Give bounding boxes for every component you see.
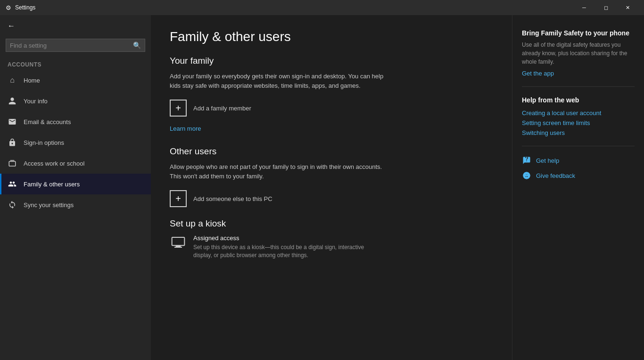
- app-body: ← 🔍 Accounts ⌂ Home Your info Email & ac…: [0, 15, 644, 360]
- kiosk-icon: [170, 234, 187, 251]
- setting-screen-time-link[interactable]: Setting screen time limits: [522, 119, 635, 126]
- help-from-web-title: Help from the web: [522, 96, 635, 104]
- close-button[interactable]: ✕: [617, 0, 638, 15]
- back-button[interactable]: ←: [0, 15, 151, 37]
- sidebar: ← 🔍 Accounts ⌂ Home Your info Email & ac…: [0, 15, 151, 360]
- sidebar-item-access-work-school-label: Access work or school: [24, 160, 84, 167]
- title-bar-left: ⚙ Settings: [6, 4, 573, 11]
- switching-users-link[interactable]: Switching users: [522, 129, 635, 136]
- add-someone-plus-icon: +: [170, 190, 187, 207]
- add-someone-else-button[interactable]: + Add someone else to this PC: [170, 190, 493, 207]
- sidebar-item-sign-in-options-label: Sign-in options: [24, 139, 64, 146]
- person-icon: [8, 96, 17, 106]
- add-family-member-button[interactable]: + Add a family member: [170, 100, 493, 117]
- sidebar-item-sync-settings-label: Sync your settings: [24, 201, 74, 209]
- sync-icon: [8, 200, 17, 209]
- minimize-button[interactable]: ─: [573, 0, 595, 15]
- kiosk-item[interactable]: Assigned access Set up this device as a …: [170, 234, 493, 260]
- sidebar-item-family-other-users[interactable]: Family & other users: [0, 174, 151, 194]
- your-family-title: Your family: [170, 56, 493, 66]
- bring-family-safety-desc: Use all of the digital safety features y…: [522, 41, 635, 66]
- your-family-desc: Add your family so everybody gets their …: [170, 72, 387, 90]
- get-help-item[interactable]: Get help: [522, 156, 635, 165]
- page-title: Family & other users: [170, 29, 493, 44]
- assigned-access-title: Assigned access: [193, 234, 372, 242]
- settings-icon: ⚙: [6, 4, 11, 11]
- sidebar-item-family-other-users-label: Family & other users: [24, 181, 80, 188]
- get-help-label[interactable]: Get help: [536, 157, 559, 164]
- other-users-title: Other users: [170, 146, 493, 157]
- lock-icon: [8, 138, 17, 147]
- back-icon: ←: [8, 22, 15, 30]
- give-feedback-icon: [522, 171, 531, 180]
- search-input[interactable]: [10, 42, 130, 49]
- other-users-desc: Allow people who are not part of your fa…: [170, 162, 387, 181]
- sidebar-item-home-label: Home: [24, 77, 40, 84]
- sidebar-item-your-info[interactable]: Your info: [0, 91, 151, 111]
- give-feedback-item[interactable]: Give feedback: [522, 171, 635, 180]
- briefcase-icon: [8, 159, 17, 168]
- svg-rect-2: [174, 247, 182, 248]
- search-box[interactable]: 🔍: [6, 39, 145, 52]
- title-bar-controls: ─ ◻ ✕: [573, 0, 638, 15]
- search-icon: 🔍: [133, 42, 141, 49]
- creating-local-user-link[interactable]: Creating a local user account: [522, 109, 635, 117]
- learn-more-link[interactable]: Learn more: [170, 125, 201, 132]
- bring-family-safety-title: Bring Family Safety to your phone: [522, 29, 635, 37]
- get-app-link[interactable]: Get the app: [522, 70, 635, 77]
- add-someone-else-label: Add someone else to this PC: [193, 195, 272, 202]
- give-feedback-label[interactable]: Give feedback: [536, 172, 575, 179]
- title-bar-title: Settings: [15, 4, 35, 11]
- sidebar-item-sign-in-options[interactable]: Sign-in options: [0, 132, 151, 153]
- assigned-access-desc: Set up this device as a kiosk—this could…: [193, 243, 372, 260]
- sidebar-item-email-accounts[interactable]: Email & accounts: [0, 111, 151, 132]
- sidebar-item-sync-settings[interactable]: Sync your settings: [0, 194, 151, 215]
- sidebar-category-label: Accounts: [0, 58, 151, 70]
- add-family-member-label: Add a family member: [193, 105, 251, 112]
- home-icon: ⌂: [8, 75, 17, 85]
- kiosk-title: Set up a kiosk: [170, 218, 493, 229]
- restore-button[interactable]: ◻: [595, 0, 617, 15]
- email-icon: [8, 117, 17, 126]
- kiosk-text: Assigned access Set up this device as a …: [193, 234, 372, 260]
- right-divider-1: [522, 86, 635, 87]
- get-help-icon: [522, 156, 531, 165]
- sidebar-item-home[interactable]: ⌂ Home: [0, 70, 151, 91]
- svg-rect-1: [176, 245, 181, 247]
- right-divider-2: [522, 146, 635, 146]
- sidebar-item-your-info-label: Your info: [24, 98, 48, 105]
- add-family-plus-icon: +: [170, 100, 187, 117]
- bring-family-safety-section: Bring Family Safety to your phone Use al…: [522, 29, 635, 77]
- title-bar: ⚙ Settings ─ ◻ ✕: [0, 0, 644, 15]
- svg-rect-0: [172, 237, 185, 245]
- group-icon: [8, 179, 17, 189]
- sidebar-item-access-work-school[interactable]: Access work or school: [0, 153, 151, 174]
- right-panel: Bring Family Safety to your phone Use al…: [512, 15, 644, 360]
- main-content: Family & other users Your family Add you…: [151, 15, 512, 360]
- help-from-web-section: Help from the web Creating a local user …: [522, 96, 635, 136]
- sidebar-item-email-accounts-label: Email & accounts: [24, 118, 71, 126]
